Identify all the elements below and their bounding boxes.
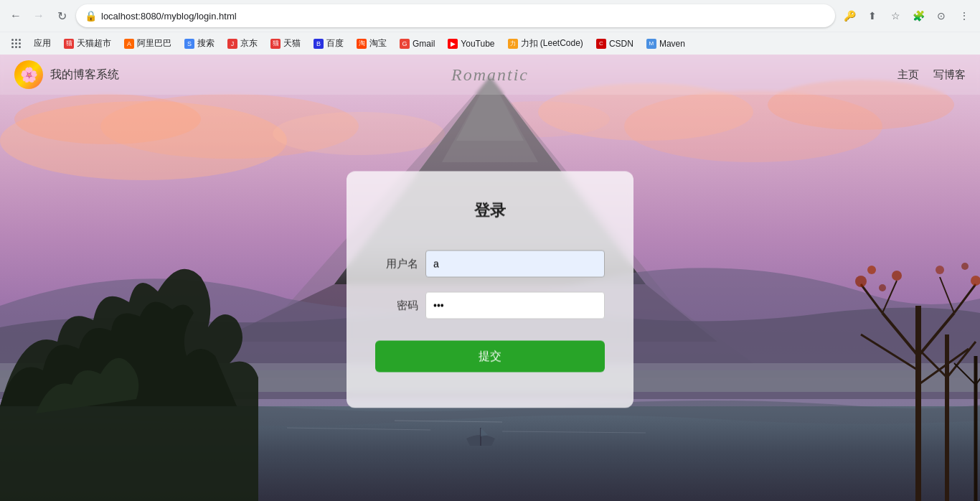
svg-point-26 xyxy=(855,276,867,287)
bookmark-label: 天猫超市 xyxy=(77,37,111,50)
brand-name: 我的博客系统 xyxy=(50,67,119,83)
bookmark-label: 力扣 (LeetCode) xyxy=(521,37,583,50)
jd-icon: J xyxy=(227,39,237,49)
bookmark-leetcode[interactable]: 力 力扣 (LeetCode) xyxy=(502,35,589,52)
password-row: 密码 xyxy=(375,292,605,319)
apps-icon[interactable] xyxy=(6,37,27,50)
bookmark-baidu[interactable]: B 百度 xyxy=(308,35,349,52)
bookmark-tianmao[interactable]: 猫 天猫 xyxy=(265,35,306,52)
browser-toolbar: ← → ↻ 🔒 🔑 ⬆ ☆ 🧩 ⊙ ⋮ xyxy=(0,0,980,32)
bookmark-label: 阿里巴巴 xyxy=(137,37,171,50)
page-content: 🌸 我的博客系统 Romantic 主页 写博客 登录 用户名 密码 提交 xyxy=(0,55,980,501)
bookmark-label: 搜索 xyxy=(197,37,215,50)
svg-point-30 xyxy=(936,266,944,274)
svg-point-32 xyxy=(961,263,969,270)
bookmark-gmail[interactable]: G Gmail xyxy=(394,37,440,51)
bookmark-alibaba[interactable]: A 阿里巴巴 xyxy=(118,35,177,52)
bookmark-search[interactable]: S 搜索 xyxy=(179,35,220,52)
bookmark-jd[interactable]: J 京东 xyxy=(222,35,263,52)
username-label: 用户名 xyxy=(375,257,418,271)
address-bar[interactable]: 🔒 xyxy=(76,4,835,27)
baidu-icon: B xyxy=(314,39,324,49)
bookmark-csdn[interactable]: C CSDN xyxy=(590,37,639,51)
lock-icon: 🔒 xyxy=(85,10,97,22)
bookmark-label: 天猫 xyxy=(283,37,301,50)
bookmark-label: Maven xyxy=(659,39,685,49)
svg-point-7 xyxy=(273,112,445,155)
bookmark-tianmao-super[interactable]: 猫 天猫超市 xyxy=(58,35,117,52)
svg-point-27 xyxy=(867,266,876,274)
alibaba-icon: A xyxy=(124,39,134,49)
url-input[interactable] xyxy=(101,11,826,22)
submit-button[interactable]: 提交 xyxy=(375,341,605,373)
youtube-icon: ▶ xyxy=(448,39,458,49)
reload-button[interactable]: ↻ xyxy=(52,6,72,26)
nav-link-write[interactable]: 写博客 xyxy=(933,68,966,82)
back-button[interactable]: ← xyxy=(6,6,26,26)
svg-point-29 xyxy=(892,271,902,281)
browser-chrome: ← → ↻ 🔒 🔑 ⬆ ☆ 🧩 ⊙ ⋮ 应用 猫 天猫超市 xyxy=(0,0,980,55)
password-label: 密码 xyxy=(375,299,418,312)
share-icon[interactable]: ⬆ xyxy=(862,6,882,26)
navbar: 🌸 我的博客系统 Romantic 主页 写博客 xyxy=(0,55,980,95)
login-title: 登录 xyxy=(375,200,605,222)
password-input[interactable] xyxy=(425,292,605,319)
menu-icon[interactable]: ⋮ xyxy=(954,6,974,26)
leetcode-icon: 力 xyxy=(508,39,518,49)
maven-icon: M xyxy=(646,39,656,49)
bookmark-apps[interactable]: 应用 xyxy=(28,35,57,52)
extensions-icon[interactable]: 🧩 xyxy=(908,6,928,26)
bookmark-maven[interactable]: M Maven xyxy=(641,37,691,51)
taobao-icon: 淘 xyxy=(357,39,367,49)
username-input[interactable] xyxy=(425,250,605,278)
gmail-icon: G xyxy=(400,39,410,49)
search-bookmark-icon: S xyxy=(184,39,194,49)
toolbar-actions: 🔑 ⬆ ☆ 🧩 ⊙ ⋮ xyxy=(839,6,974,26)
tianmao-super-icon: 猫 xyxy=(64,39,74,49)
brand-logo: 🌸 xyxy=(14,60,43,89)
youtube-label: YouTube xyxy=(461,39,494,49)
bookmark-youtube[interactable]: ▶ YouTube xyxy=(442,37,500,51)
bookmark-label: CSDN xyxy=(609,39,633,49)
nav-link-home[interactable]: 主页 xyxy=(897,68,919,82)
tianmao-icon: 猫 xyxy=(270,39,281,49)
forward-button[interactable]: → xyxy=(29,6,49,26)
svg-point-28 xyxy=(879,284,886,291)
csdn-icon: C xyxy=(596,39,606,49)
navbar-title: Romantic xyxy=(451,65,529,85)
apps-label: 应用 xyxy=(34,37,51,50)
bookmark-label: 淘宝 xyxy=(369,37,387,50)
star-icon[interactable]: ☆ xyxy=(885,6,905,26)
profile-icon[interactable]: ⊙ xyxy=(931,6,951,26)
bookmark-label: 百度 xyxy=(326,37,344,50)
bookmark-label: Gmail xyxy=(413,39,435,49)
login-form-container: 登录 用户名 密码 提交 xyxy=(347,172,633,408)
bookmark-label: 京东 xyxy=(240,37,258,50)
key-icon[interactable]: 🔑 xyxy=(839,6,859,26)
bookmarks-bar: 应用 猫 天猫超市 A 阿里巴巴 S 搜索 J 京东 猫 天猫 B 百度 淘 淘… xyxy=(0,32,980,55)
nav-buttons: ← → ↻ xyxy=(6,6,72,26)
navbar-brand: 🌸 我的博客系统 xyxy=(14,60,119,89)
navbar-links: 主页 写博客 xyxy=(897,68,966,82)
bookmark-taobao[interactable]: 淘 淘宝 xyxy=(351,35,392,52)
username-row: 用户名 xyxy=(375,250,605,278)
